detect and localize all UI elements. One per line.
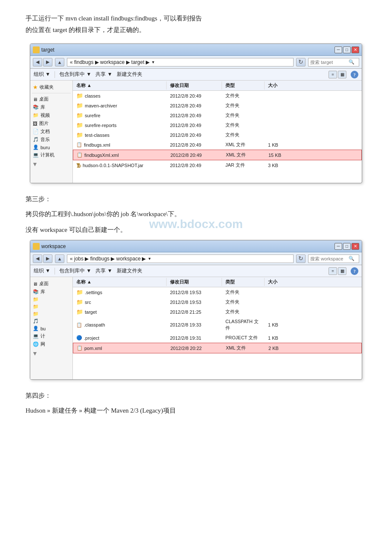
col-type-1[interactable]: 类型 [222, 81, 265, 90]
view-tiles-btn-2[interactable]: ▦ [338, 267, 346, 275]
file-type-findbugsxml: XML 文件 [222, 151, 265, 159]
close-button-1[interactable]: ✕ [352, 46, 359, 53]
sidebar-computer-2[interactable]: 💻 计 [32, 332, 71, 340]
forward-button-2[interactable]: ▶ [43, 254, 52, 263]
file-name-test-classes: 📁 test-classes [73, 131, 167, 139]
sidebar-bu-2[interactable]: 👤 bu [32, 325, 71, 332]
include-library-btn-2[interactable]: 包含到库中 ▼ [59, 267, 91, 275]
col-date-2[interactable]: 修改日期 [167, 278, 222, 286]
sidebar-music-1[interactable]: 🎵 音乐 [32, 136, 71, 144]
address-path-1[interactable]: « findbugs ▶ workspace ▶ target ▶ ▼ [67, 58, 294, 66]
file-row-findbugsxml[interactable]: 📋 findbugsXml.xml 2012/2/8 20:49 XML 文件 … [73, 150, 362, 160]
address-bar-1: ◀ ▶ ▲ « findbugs ▶ workspace ▶ target ▶ … [30, 56, 362, 69]
view-details-btn-1[interactable]: ≡ [329, 71, 337, 78]
address-path-2[interactable]: « jobs ▶ findbugs ▶ workspace ▶ ▼ [67, 254, 294, 263]
organize-btn-1[interactable]: 组织 ▼ [34, 71, 50, 78]
new-folder-btn-1[interactable]: 新建文件夹 [117, 71, 142, 78]
up-button-2[interactable]: ▲ [55, 254, 64, 263]
file-row-surefire[interactable]: 📁 surefire 2012/2/8 20:49 文件夹 [73, 110, 362, 120]
file-name-classes: 📁 classes [73, 92, 167, 100]
file-row-project[interactable]: 🔵 .project 2012/2/8 19:31 PROJECT 文件 1 K… [73, 333, 362, 343]
col-type-2[interactable]: 类型 [222, 278, 265, 286]
help-button-1[interactable]: ? [351, 71, 358, 78]
sidebar-buru-1[interactable]: 👤 buru [32, 144, 71, 151]
search-icon-2[interactable]: 🔍 [349, 256, 355, 261]
new-folder-btn-2[interactable]: 新建文件夹 [117, 267, 142, 275]
close-button-2[interactable]: ✕ [352, 243, 359, 250]
sidebar-folder2-3[interactable]: 📁 [32, 310, 71, 318]
file-row-test-classes[interactable]: 📁 test-classes 2012/2/8 20:49 文件夹 [73, 130, 362, 140]
file-date-surefire-reports: 2012/2/8 20:49 [167, 121, 222, 129]
folder-icon-settings: 📁 [76, 289, 83, 295]
share-btn-2[interactable]: 共享 ▼ [95, 267, 112, 275]
minimize-button-1[interactable]: ─ [334, 46, 342, 53]
sidebar-network-2[interactable]: 🌐 网 [32, 340, 71, 348]
search-input-2[interactable] [310, 256, 349, 261]
sidebar-label-network-2: 网 [40, 341, 45, 347]
sidebar-doc-1[interactable]: 📄 文档 [32, 127, 71, 136]
sidebar-image-1[interactable]: 🖼 图片 [32, 119, 71, 127]
folder-icon-maven-archiver: 📁 [76, 102, 83, 109]
file-row-jar[interactable]: 🗜 hudson-0.0.1-SNAPSHOT.jar 2012/2/8 20:… [73, 160, 362, 170]
file-row-surefire-reports[interactable]: 📁 surefire-reports 2012/2/8 20:49 文件夹 [73, 120, 362, 130]
view-tiles-btn-1[interactable]: ▦ [338, 71, 346, 78]
file-row-src[interactable]: 📁 src 2012/2/8 19:53 文件夹 [73, 297, 362, 307]
path-dropdown-2[interactable]: ▼ [147, 257, 151, 261]
back-button-2[interactable]: ◀ [33, 254, 42, 263]
col-date-1[interactable]: 修改日期 [167, 81, 222, 90]
sidebar-desktop-2[interactable]: 🖥 桌面 [32, 280, 71, 288]
sidebar-computer-1[interactable]: 💻 计算机 [32, 151, 71, 159]
refresh-button-1[interactable]: ↻ [296, 58, 306, 66]
col-size-2[interactable]: 大小 [265, 278, 294, 286]
file-type-surefire-reports: 文件夹 [222, 121, 265, 129]
sidebar-scroll-2[interactable]: ▼ [32, 350, 71, 357]
sidebar-folder2-2[interactable]: 📁 [32, 303, 71, 310]
maximize-button-2[interactable]: □ [343, 243, 351, 250]
file-row-findbugs-xml[interactable]: 📋 findbugs.xml 2012/2/8 20:49 XML 文件 1 K… [73, 140, 362, 150]
file-row-maven-archiver[interactable]: 📁 maven-archiver 2012/2/8 20:49 文件夹 [73, 101, 362, 110]
sidebar-video-1[interactable]: 📁 视频 [32, 111, 71, 119]
col-name-2[interactable]: 名称 ▲ [73, 278, 167, 286]
share-btn-1[interactable]: 共享 ▼ [95, 71, 112, 78]
file-type-classpath: CLASSPATH 文件 [222, 318, 265, 332]
file-row-target[interactable]: 📁 target 2012/2/8 21:25 文件夹 [73, 307, 362, 317]
sidebar-favorites-1[interactable]: ★ 收藏夹 [32, 83, 71, 91]
file-date-classpath: 2012/2/8 19:33 [167, 318, 222, 332]
title-bar-controls-1[interactable]: ─ □ ✕ [334, 46, 359, 53]
sidebar-music-2[interactable]: 🎵 [32, 318, 71, 325]
sidebar-lib-2[interactable]: 📚 库 [32, 288, 71, 296]
up-button-1[interactable]: ▲ [55, 58, 64, 66]
buru-icon-1: 👤 [33, 145, 39, 150]
search-input-1[interactable] [310, 60, 349, 65]
sidebar-lib-1[interactable]: 📚 库 [32, 103, 71, 111]
folder-icon-surefire-reports: 📁 [76, 122, 83, 128]
col-size-1[interactable]: 大小 [265, 81, 294, 90]
file-row-pom[interactable]: 📋 pom.xml 2012/2/8 20:22 XML 文件 2 KB [73, 343, 362, 353]
address-bar-2: ◀ ▶ ▲ « jobs ▶ findbugs ▶ workspace ▶ ▼ … [30, 252, 362, 265]
view-details-btn-2[interactable]: ≡ [329, 267, 337, 275]
sidebar-2: 🖥 桌面 📚 库 📁 📁 📁 🎵 👤 bu [30, 277, 73, 379]
forward-button-1[interactable]: ▶ [43, 58, 52, 66]
file-name-settings: 📁 .settings [73, 288, 167, 296]
sidebar-folder2-1[interactable]: 📁 [32, 296, 71, 303]
back-button-1[interactable]: ◀ [33, 58, 42, 66]
col-name-1[interactable]: 名称 ▲ [73, 81, 167, 90]
minimize-button-2[interactable]: ─ [334, 243, 342, 250]
organize-btn-2[interactable]: 组织 ▼ [34, 267, 50, 275]
maximize-button-1[interactable]: □ [343, 46, 351, 53]
file-row-classpath[interactable]: 📋 .classpath 2012/2/8 19:33 CLASSPATH 文件… [73, 317, 362, 333]
refresh-button-2[interactable]: ↻ [296, 254, 306, 263]
title-bar-controls-2[interactable]: ─ □ ✕ [334, 243, 359, 250]
include-library-btn-1[interactable]: 包含到库中 ▼ [59, 71, 91, 78]
help-button-2[interactable]: ? [351, 267, 358, 275]
project-icon: 🔵 [76, 335, 82, 341]
sidebar-scroll-1[interactable]: ▼ [32, 161, 71, 168]
file-size-maven-archiver [265, 101, 294, 110]
folder-icon-test-classes: 📁 [76, 132, 83, 138]
file-row-settings[interactable]: 📁 .settings 2012/2/8 19:53 文件夹 [73, 287, 362, 297]
toolbar-2: 组织 ▼ 包含到库中 ▼ 共享 ▼ 新建文件夹 ≡ ▦ ? [30, 265, 362, 277]
file-row-classes[interactable]: 📁 classes 2012/2/8 20:49 文件夹 [73, 91, 362, 101]
sidebar-desktop-1[interactable]: 🖥 桌面 [32, 95, 71, 103]
path-dropdown-1[interactable]: ▼ [151, 60, 155, 64]
search-icon-1[interactable]: 🔍 [349, 59, 355, 65]
